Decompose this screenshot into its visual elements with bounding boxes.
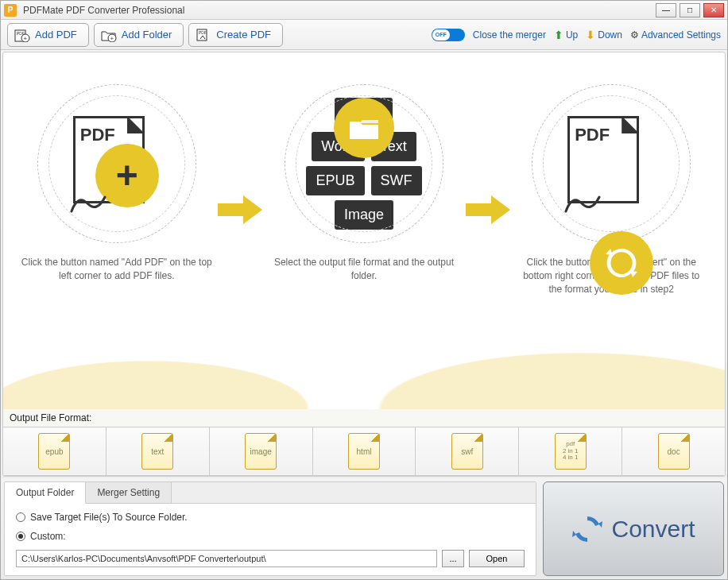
- refresh-icon: [604, 246, 639, 280]
- add-folder-button[interactable]: + Add Folder: [94, 23, 184, 47]
- merger-toggle[interactable]: OFF: [432, 29, 465, 41]
- create-pdf-label: Create PDF: [216, 29, 271, 41]
- step-3-circle: PDF: [532, 84, 691, 243]
- arrow-1-icon: [216, 192, 264, 230]
- step-1-text: Click the button named "Add PDF" on the …: [21, 256, 212, 283]
- move-up-button[interactable]: ⬆Up: [554, 29, 578, 41]
- down-arrow-icon: ⬇: [586, 29, 595, 41]
- acrobat-swirl-icon-2: [563, 189, 602, 218]
- app-logo-icon: [4, 4, 17, 17]
- format-html[interactable]: html: [313, 427, 416, 475]
- pdf-add-illustration: PDF +: [73, 116, 161, 211]
- create-pdf-button[interactable]: PDF Create PDF: [188, 23, 283, 47]
- acrobat-swirl-icon: [68, 189, 108, 218]
- format-epub[interactable]: epub: [3, 427, 106, 475]
- advanced-settings-link[interactable]: ⚙Advanced Settings: [630, 29, 721, 41]
- close-merger-link[interactable]: Close the merger: [473, 29, 546, 41]
- radio-custom-label: Custom:: [30, 531, 66, 542]
- move-down-button[interactable]: ⬇Down: [586, 29, 622, 41]
- pdf-convert-illustration: PDF: [567, 116, 655, 211]
- add-folder-icon: +: [101, 28, 117, 42]
- maximize-button[interactable]: □: [680, 3, 700, 17]
- window-controls: — □ ✕: [656, 3, 724, 17]
- main-area: PDF + Click the button named "Add PDF" o…: [2, 52, 726, 477]
- format-bar: epub text image html swf pdf 2 in 1 4 in…: [3, 427, 725, 476]
- toggle-knob: OFF: [432, 29, 450, 41]
- folder-circle-icon: [334, 98, 394, 158]
- create-pdf-icon: PDF: [196, 28, 211, 42]
- window-title: PDFMate PDF Converter Professional: [23, 5, 656, 16]
- format-doc[interactable]: doc: [622, 427, 725, 475]
- bottom-section: Output Folder Merger Setting Save Target…: [1, 478, 727, 579]
- arrow-2-icon: [464, 192, 512, 230]
- instructions-panel: PDF + Click the button named "Add PDF" o…: [3, 52, 725, 409]
- path-row: ... Open: [16, 550, 525, 567]
- step-2: HTML WordText EPUBSWF Image Select the o…: [269, 84, 459, 283]
- output-panel: Output Folder Merger Setting Save Target…: [4, 481, 536, 576]
- svg-text:+: +: [110, 35, 114, 42]
- step-2-text: Select the output file format and the ou…: [269, 256, 459, 283]
- open-folder-button[interactable]: Open: [469, 550, 525, 567]
- radio-custom[interactable]: [16, 532, 25, 541]
- radio-custom-row: Custom:: [16, 531, 525, 542]
- convert-button[interactable]: Convert: [543, 481, 724, 576]
- close-button[interactable]: ✕: [703, 3, 724, 17]
- add-pdf-label: Add PDF: [35, 29, 77, 41]
- step-3: PDF Click the button named "Convert" on …: [516, 84, 707, 296]
- format-swf[interactable]: swf: [416, 427, 519, 475]
- radio-save-source-label: Save Target File(s) To Source Folder.: [30, 512, 188, 523]
- minimize-button[interactable]: —: [656, 3, 676, 17]
- radio-save-source-row: Save Target File(s) To Source Folder.: [16, 512, 525, 523]
- step-1: PDF + Click the button named "Add PDF" o…: [21, 84, 212, 283]
- plus-icon: +: [116, 157, 138, 195]
- gear-icon: ⚙: [630, 29, 639, 41]
- toolbar: PDF+ Add PDF + Add Folder PDF Create PDF…: [1, 20, 727, 50]
- tab-row: Output Folder Merger Setting: [5, 482, 536, 504]
- title-bar: PDFMate PDF Converter Professional — □ ✕: [1, 1, 727, 20]
- add-folder-label: Add Folder: [122, 29, 172, 41]
- format-image[interactable]: image: [210, 427, 313, 475]
- svg-text:PDF: PDF: [199, 30, 207, 35]
- convert-label: Convert: [611, 516, 695, 543]
- step-2-circle: HTML WordText EPUBSWF Image: [285, 84, 443, 243]
- formats-illustration: HTML WordText EPUBSWF Image: [306, 98, 421, 230]
- step-1-circle: PDF +: [37, 84, 196, 243]
- add-pdf-button[interactable]: PDF+ Add PDF: [7, 23, 89, 47]
- up-arrow-icon: ⬆: [554, 29, 563, 41]
- app-window: PDFMate PDF Converter Professional — □ ✕…: [0, 0, 728, 580]
- browse-button[interactable]: ...: [442, 550, 464, 567]
- add-pdf-icon: PDF+: [14, 28, 30, 42]
- svg-text:+: +: [24, 35, 28, 42]
- format-text[interactable]: text: [106, 427, 210, 475]
- output-format-label: Output File Format:: [3, 409, 725, 427]
- convert-icon: [571, 513, 603, 545]
- output-path-input[interactable]: [16, 550, 437, 567]
- format-pdf-nup[interactable]: pdf 2 in 1 4 in 1: [519, 427, 622, 475]
- toolbar-right: OFF Close the merger ⬆Up ⬇Down ⚙Advanced…: [432, 29, 721, 41]
- tab-output-folder[interactable]: Output Folder: [5, 482, 86, 504]
- tab-merger-setting[interactable]: Merger Setting: [86, 482, 172, 503]
- tab-body: Save Target File(s) To Source Folder. Cu…: [5, 504, 536, 575]
- radio-save-source[interactable]: [16, 512, 25, 522]
